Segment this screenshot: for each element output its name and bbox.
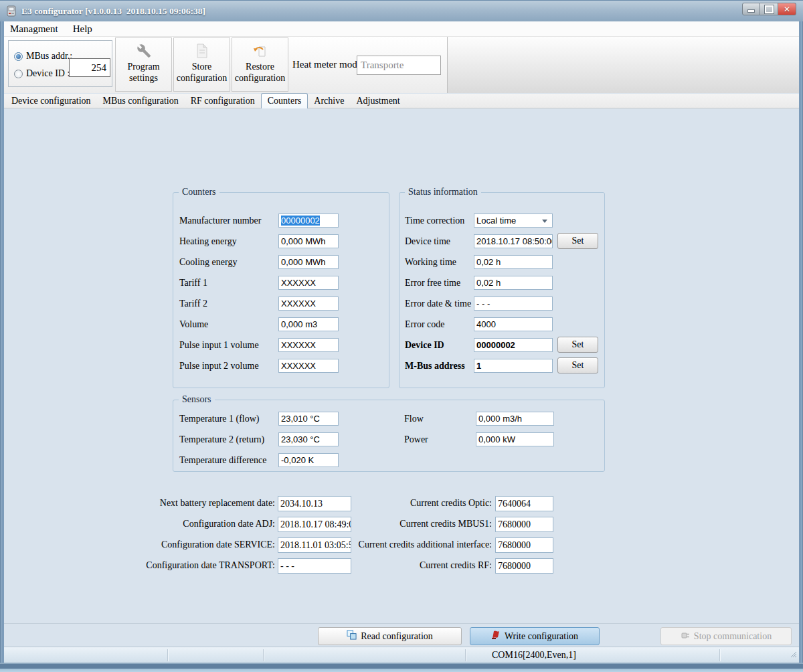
error-code-label: Error code — [405, 317, 444, 331]
current-credits-additional-interface-input[interactable]: 7680000 — [495, 537, 553, 553]
maximize-button[interactable] — [760, 3, 778, 15]
current-credits-mbus1-input[interactable]: 7680000 — [495, 517, 553, 532]
stop-plug-icon — [681, 631, 690, 643]
current-credits-additional-interface-label: Current credits additional interface: — [292, 537, 492, 552]
statusbar-separator — [719, 649, 720, 661]
close-button[interactable]: ✕ — [778, 3, 796, 15]
read-configuration-button[interactable]: Read configuration — [318, 627, 462, 645]
manufacturer-number-input[interactable]: 00000002 — [278, 214, 339, 228]
heat-meter-mode-label: Heat meter mode: — [292, 59, 364, 70]
next-battery-replacement-date-label: Next battery replacement date: — [102, 496, 275, 510]
window-title: E3 configurator [v1.0.0.13 2018.10.15 09… — [21, 1, 205, 21]
window-border-right — [799, 21, 803, 663]
pulse-input-2-volume-label: Pulse input 2 volume — [179, 359, 259, 373]
power-input[interactable]: 0,000 kW — [476, 432, 554, 446]
error-code-input[interactable]: 4000 — [474, 317, 553, 331]
current-credits-mbus1-label: Current credits MBUS1: — [292, 517, 492, 531]
manufacturer-number-label: Manufacturer number — [179, 214, 261, 228]
store-configuration-label: Store configuration — [174, 61, 230, 84]
temperature-difference-input[interactable]: -0,020 K — [278, 453, 339, 467]
heating-energy-label: Heating energy — [179, 234, 237, 248]
titlebar[interactable]: E3 configurator [v1.0.0.13 2018.10.15 09… — [0, 0, 803, 21]
volume-label: Volume — [179, 317, 208, 331]
set-mbus-address-button[interactable]: Set — [557, 357, 598, 373]
status-information-groupbox: Status information Time correction Local… — [399, 192, 605, 388]
temperature-difference-label: Temperature difference — [179, 453, 267, 467]
radio-unselected-icon — [14, 70, 23, 78]
heat-meter-mode-input[interactable]: Transporte — [357, 56, 441, 75]
error-date-time-input[interactable]: - - - — [474, 297, 553, 311]
stop-communication-button: Stop communication — [660, 627, 792, 645]
sensors-group-title: Sensors — [179, 394, 215, 406]
statusbar-separator — [465, 649, 466, 661]
counters-group-title: Counters — [179, 186, 219, 198]
counters-groupbox: Counters Manufacturer number 00000002 He… — [173, 192, 389, 388]
tab-device-configuration[interactable]: Device configuration — [5, 94, 97, 108]
configuration-date-transport-label: Configuration date TRANSPORT: — [102, 558, 275, 572]
pulse-input-2-volume-input[interactable]: XXXXXX — [278, 359, 339, 373]
minimize-button[interactable] — [742, 3, 760, 15]
mbus-address-label: M-Bus address — [405, 359, 465, 373]
stop-communication-label: Stop communication — [694, 631, 772, 642]
tab-mbus-configuration[interactable]: MBus configuration — [97, 94, 185, 108]
tariff-2-label: Tariff 2 — [179, 297, 207, 311]
statusbar-separator — [167, 649, 168, 661]
power-label: Power — [404, 432, 428, 446]
current-credits-optic-input[interactable]: 7640064 — [495, 496, 553, 511]
tab-counters[interactable]: Counters — [261, 93, 308, 108]
read-pages-icon — [347, 630, 357, 643]
write-configuration-button[interactable]: Write configuration — [470, 627, 600, 645]
tab-adjustment[interactable]: Adjustment — [350, 94, 406, 108]
page-icon — [195, 41, 209, 61]
write-configuration-label: Write configuration — [505, 631, 578, 642]
set-device-id-button[interactable]: Set — [557, 337, 598, 353]
tariff-1-label: Tariff 1 — [179, 276, 207, 290]
pulse-input-1-volume-label: Pulse input 1 volume — [179, 338, 259, 352]
content-divider — [4, 623, 799, 624]
selected-text: 00000002 — [281, 216, 320, 226]
volume-input[interactable]: 0,000 m3 — [278, 317, 339, 331]
tab-rf-configuration[interactable]: RF configuration — [185, 94, 261, 108]
menu-managment[interactable]: Managment — [4, 21, 64, 36]
tariff-2-input[interactable]: XXXXXX — [278, 297, 339, 311]
device-id-label: Device ID — [405, 338, 444, 352]
minimize-icon — [747, 9, 755, 13]
working-time-input[interactable]: 0,02 h — [474, 255, 553, 269]
app-window: E3 configurator [v1.0.0.13 2018.10.15 09… — [0, 0, 803, 672]
window-border-bottom — [0, 663, 803, 672]
mbus-address-input[interactable]: 1 — [474, 359, 553, 373]
tariff-1-input[interactable]: XXXXXX — [278, 276, 339, 290]
tabbar: Device configuration MBus configuration … — [4, 94, 799, 108]
current-credits-rf-input[interactable]: 7680000 — [495, 558, 553, 574]
cooling-energy-input[interactable]: 0,000 MWh — [278, 255, 339, 269]
device-time-input[interactable]: 2018.10.17 08:50:00 — [474, 234, 553, 248]
write-flag-icon — [491, 630, 501, 643]
read-configuration-label: Read configuration — [361, 631, 433, 642]
menubar: Managment Help — [4, 21, 799, 37]
program-settings-label: Program settings — [116, 61, 171, 84]
program-settings-button[interactable]: Program settings — [115, 37, 172, 92]
tab-archive[interactable]: Archive — [308, 94, 350, 108]
radio-mbus-addr-label: MBus addr.: — [26, 52, 72, 61]
temperature-1-flow-input[interactable]: 23,010 °C — [278, 412, 339, 426]
current-credits-optic-label: Current credits Optic: — [292, 496, 492, 510]
store-configuration-button[interactable]: Store configuration — [173, 37, 230, 92]
radio-mbus-addr[interactable]: MBus addr.: — [14, 50, 72, 62]
device-id-input[interactable]: 00000002 — [474, 338, 553, 352]
maximize-icon — [765, 5, 774, 13]
toolbar: MBus addr.: Device ID : 254 Program sett… — [4, 37, 799, 93]
temperature-2-return-input[interactable]: 23,030 °C — [278, 432, 339, 446]
error-date-time-label: Error date & time — [405, 297, 471, 311]
set-device-time-button[interactable]: Set — [557, 233, 598, 249]
address-type-group: MBus addr.: Device ID : 254 — [8, 40, 112, 87]
heating-energy-input[interactable]: 0,000 MWh — [278, 234, 339, 248]
menu-help[interactable]: Help — [67, 21, 98, 36]
error-free-time-input[interactable]: 0,02 h — [474, 276, 553, 290]
radio-device-id[interactable]: Device ID : — [14, 68, 70, 80]
flow-input[interactable]: 0,000 m3/h — [476, 412, 554, 426]
resize-grip-icon[interactable] — [789, 649, 797, 661]
restore-configuration-button[interactable]: Restore configuration — [232, 37, 288, 92]
mbus-address-value-input[interactable]: 254 — [69, 58, 110, 77]
time-correction-select[interactable]: Local time — [474, 214, 553, 228]
pulse-input-1-volume-input[interactable]: XXXXXX — [278, 338, 339, 352]
